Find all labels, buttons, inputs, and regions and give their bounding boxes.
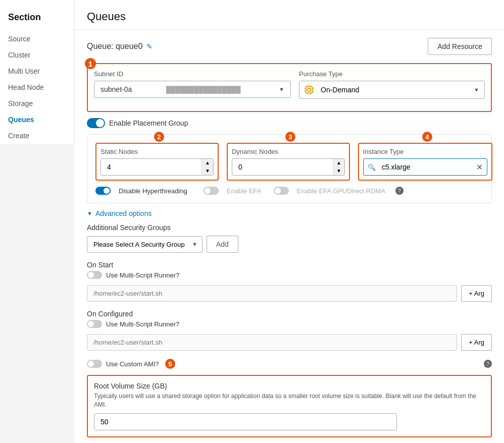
queue-name: Queue: queue0 (87, 42, 142, 51)
chip-icon (299, 81, 319, 98)
subnet-select[interactable]: subnet-0a ████████████████ ▼ (94, 81, 291, 98)
on-start-arg-button[interactable]: + Arg (461, 285, 492, 302)
sidebar-item-create[interactable]: Create (0, 128, 74, 144)
on-start-multi-knob (88, 272, 94, 278)
custom-ami-label: Use Custom AMI? (106, 360, 159, 368)
instance-type-clear-button[interactable]: ✕ (472, 162, 487, 172)
step-badge-1: 1 (85, 58, 96, 69)
static-nodes-decrement[interactable]: ▼ (202, 167, 213, 175)
security-select-wrapper: Please Select A Security Group (87, 236, 203, 253)
on-start-section: On Start Use Multi-Script Runner? + Arg (87, 261, 492, 302)
on-configured-script-input[interactable] (87, 334, 457, 351)
purchase-type-label: Purchase Type (299, 70, 485, 78)
subnet-masked: ████████████████ (166, 86, 240, 93)
root-volume-description: Typically users will use a shared storag… (94, 392, 485, 409)
sidebar-item-source[interactable]: Source (0, 31, 74, 47)
sidebar: Section Source Cluster Multi User Head N… (0, 0, 75, 443)
on-configured-multi-knob (88, 321, 94, 327)
efa-knob (205, 188, 211, 194)
dynamic-nodes-spinner: ▲ ▼ (333, 159, 344, 175)
main-content: Queues Queue: queue0 ✎ Add Resource 1 Su… (75, 0, 504, 443)
on-configured-label: On Configured (87, 310, 492, 318)
step-badge-3: 3 (285, 132, 295, 142)
instance-type-label: Instance Type (363, 148, 487, 155)
efa-gpudirect-label: Enable EFA GPUDirect RDMA (297, 187, 386, 195)
custom-ami-toggle[interactable] (87, 360, 102, 368)
on-configured-script-row: + Arg (87, 334, 492, 351)
sidebar-item-head-node[interactable]: Head Node (0, 79, 74, 95)
instance-type-input-wrapper: 🔍 c5.xlarge ✕ (363, 158, 487, 176)
efa-toggle[interactable] (204, 187, 219, 195)
subnet-field: Subnet ID subnet-0a ████████████████ ▼ (94, 70, 291, 99)
custom-ami-row: Use Custom AMI? 5 ? (87, 359, 492, 369)
on-configured-multi-toggle[interactable] (87, 320, 102, 328)
security-groups-row: Please Select A Security Group Add (87, 236, 492, 253)
svg-rect-0 (306, 87, 313, 93)
hyperthreading-label: Disable Hyperthreading (119, 187, 187, 195)
security-groups-section-label: Additional Security Groups (87, 224, 492, 232)
subnet-label: Subnet ID (94, 70, 291, 78)
dynamic-nodes-decrement[interactable]: ▼ (333, 167, 344, 175)
ht-efa-row: Disable Hyperthreading Enable EFA Enable… (95, 187, 483, 195)
root-volume-box: Root Volume Size (GB) Typically users wi… (87, 375, 492, 437)
placement-group-row: Enable Placement Group (87, 118, 492, 128)
dynamic-nodes-increment[interactable]: ▲ (333, 159, 344, 167)
hyperthreading-knob (104, 188, 110, 194)
on-configured-multi-row: Use Multi-Script Runner? (87, 320, 492, 328)
dynamic-nodes-input[interactable]: 0 (232, 159, 333, 175)
subnet-purchase-box: Subnet ID subnet-0a ████████████████ ▼ P… (87, 63, 492, 112)
sidebar-item-queues[interactable]: Queues (0, 112, 74, 128)
purchase-type-dropdown[interactable]: On-Demand (319, 82, 484, 98)
advanced-options-toggle[interactable]: ▼ Advanced options (87, 209, 492, 217)
security-group-add-button[interactable]: Add (207, 236, 238, 253)
static-nodes-increment[interactable]: ▲ (202, 159, 213, 167)
instance-type-input[interactable]: c5.xlarge (380, 159, 472, 175)
static-nodes-label: Static Nodes (100, 148, 214, 155)
edit-icon[interactable]: ✎ (146, 42, 153, 50)
custom-ami-knob (88, 361, 94, 367)
sidebar-item-multi-user[interactable]: Multi User (0, 63, 74, 79)
on-configured-multi-label: Use Multi-Script Runner? (106, 320, 179, 328)
dynamic-nodes-label: Dynamic Nodes (232, 148, 345, 155)
placement-group-toggle[interactable] (87, 118, 105, 128)
custom-ami-left: Use Custom AMI? 5 (87, 359, 175, 369)
queue-header: Queue: queue0 ✎ Add Resource (87, 38, 492, 55)
purchase-type-field: Purchase Type (299, 70, 485, 99)
add-resource-button[interactable]: Add Resource (428, 38, 492, 55)
search-icon: 🔍 (364, 163, 380, 171)
dynamic-nodes-input-wrapper: 0 ▲ ▼ (232, 158, 345, 176)
placement-group-label: Enable Placement Group (109, 119, 188, 127)
custom-ami-help-icon[interactable]: ? (484, 360, 492, 368)
on-start-multi-toggle[interactable] (87, 271, 102, 279)
dynamic-nodes-field: 3 Dynamic Nodes 0 ▲ ▼ (227, 143, 350, 181)
on-start-multi-row: Use Multi-Script Runner? (87, 271, 492, 279)
step-badge-2: 2 (154, 132, 164, 142)
step-badge-4: 4 (422, 132, 432, 142)
toggle-knob (96, 119, 104, 127)
svg-rect-1 (308, 88, 311, 91)
on-configured-section: On Configured Use Multi-Script Runner? +… (87, 310, 492, 351)
security-group-dropdown[interactable]: Please Select A Security Group (87, 236, 203, 253)
subnet-value: subnet-0a (100, 85, 132, 93)
root-volume-input[interactable]: 50 (94, 413, 397, 430)
on-configured-arg-button[interactable]: + Arg (461, 334, 492, 351)
efa-label: Enable EFA (227, 187, 262, 195)
on-start-multi-label: Use Multi-Script Runner? (106, 271, 179, 279)
efa-gpudirect-knob (275, 188, 281, 194)
nodes-grid: 2 Static Nodes 4 ▲ ▼ 3 (95, 143, 483, 181)
sidebar-title: Section (0, 8, 74, 31)
efa-help-icon[interactable]: ? (395, 187, 404, 195)
sidebar-item-storage[interactable]: Storage (0, 95, 74, 112)
hyperthreading-toggle[interactable] (95, 187, 111, 195)
efa-gpudirect-toggle[interactable] (274, 187, 289, 195)
static-nodes-spinner: ▲ ▼ (201, 159, 213, 175)
static-nodes-input-wrapper: 4 ▲ ▼ (100, 158, 214, 176)
on-start-script-input[interactable] (87, 285, 457, 302)
static-nodes-input[interactable]: 4 (101, 159, 201, 175)
page-title: Queues (75, 0, 504, 30)
static-nodes-field: 2 Static Nodes 4 ▲ ▼ (95, 143, 219, 181)
queue-label: Queue: queue0 ✎ (87, 42, 153, 51)
chevron-down-icon: ▼ (87, 210, 92, 216)
step-badge-5: 5 (165, 359, 175, 369)
sidebar-item-cluster[interactable]: Cluster (0, 47, 74, 63)
